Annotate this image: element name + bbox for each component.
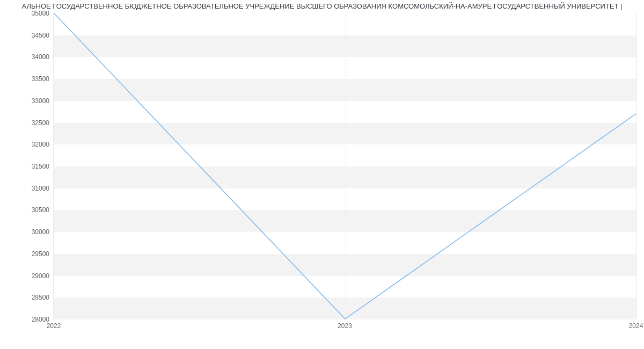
chart-container: АЛЬНОЕ ГОСУДАРСТВЕННОЕ БЮДЖЕТНОЕ ОБРАЗОВ… <box>0 0 644 349</box>
data-line <box>54 13 636 319</box>
y-tick-label: 28000 <box>1 316 49 323</box>
vertical-gridline <box>636 13 637 319</box>
chart-title: АЛЬНОЕ ГОСУДАРСТВЕННОЕ БЮДЖЕТНОЕ ОБРАЗОВ… <box>0 2 644 10</box>
plot-area <box>54 13 636 319</box>
y-tick-label: 31000 <box>1 185 49 192</box>
y-tick-label: 28500 <box>1 294 49 301</box>
y-tick-label: 32500 <box>1 119 49 127</box>
y-tick-label: 35000 <box>1 10 49 17</box>
y-tick-label: 30500 <box>1 206 49 214</box>
y-tick-label: 32000 <box>1 141 49 148</box>
y-tick-label: 30000 <box>1 228 49 236</box>
y-tick-label: 33500 <box>1 75 49 83</box>
line-series <box>54 13 636 319</box>
y-tick-label: 31500 <box>1 163 49 170</box>
y-tick-label: 34500 <box>1 32 49 39</box>
x-tick-label: 2023 <box>338 322 352 330</box>
y-tick-label: 34000 <box>1 53 49 61</box>
y-tick-label: 33000 <box>1 97 49 105</box>
x-tick-label: 2022 <box>47 322 61 330</box>
y-tick-label: 29500 <box>1 250 49 258</box>
y-tick-label: 29000 <box>1 272 49 280</box>
x-tick-label: 2024 <box>629 322 643 330</box>
